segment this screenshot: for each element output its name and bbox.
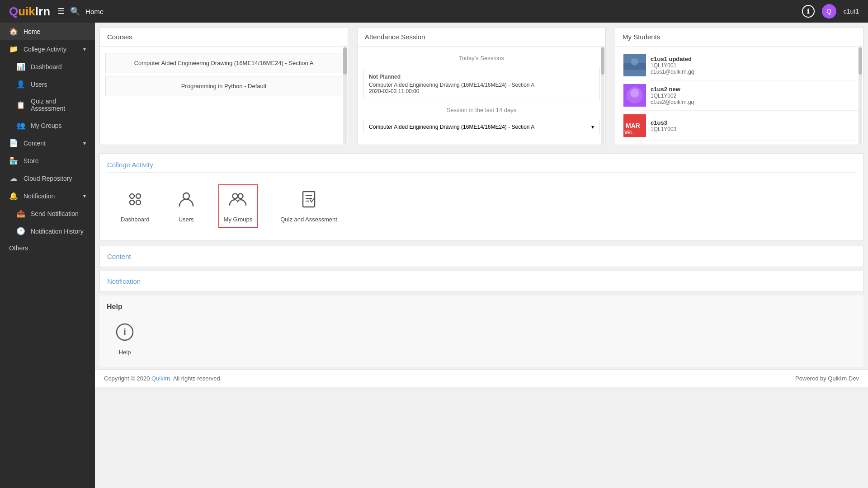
topbar-left: Quiklrn ☰ 🔍 Home xyxy=(9,5,104,19)
courses-panel-title: Courses xyxy=(100,28,348,47)
attendance-panel-title: Attendance Session xyxy=(358,28,605,47)
sidebar-item-my-groups[interactable]: 👥 My Groups xyxy=(0,117,95,134)
sidebar-item-content[interactable]: 📄 Content ▾ xyxy=(0,134,95,152)
student-item-1[interactable]: c1us1 updated 1QL1Y001 c1us1@quiklrn.gq xyxy=(619,50,859,80)
students-panel-content: c1us1 updated 1QL1Y001 c1us1@quiklrn.gq xyxy=(615,47,863,145)
sidebar-item-quiz[interactable]: 📋 Quiz and Assessment xyxy=(0,93,95,117)
dropdown-chevron-icon: ▾ xyxy=(591,124,594,130)
footer-rights: . All rights reserved. xyxy=(170,375,222,382)
sidebar-content-label: Content xyxy=(24,140,46,147)
sidebar: 🏠 Home 📁 College Activity ▾ 📊 Dashboard … xyxy=(0,23,95,488)
students-scroll xyxy=(859,47,862,145)
logo: Quiklrn xyxy=(9,5,50,19)
notification-collapse-title: Notification xyxy=(107,277,141,285)
sidebar-item-college-activity[interactable]: 📁 College Activity ▾ xyxy=(0,40,95,58)
sidebar-quiz-label: Quiz and Assessment xyxy=(31,98,86,112)
content-collapse-section: Content xyxy=(99,246,863,267)
sidebar-item-cloud-repository[interactable]: ☁ Cloud Repository xyxy=(0,169,95,187)
cloud-icon: ☁ xyxy=(9,174,18,183)
footer-powered: Powered by QuikIrn Dev xyxy=(795,375,859,382)
last14-label: Session in the last 14 days xyxy=(361,102,602,118)
not-planned-label: Not Planned xyxy=(369,74,594,80)
logo-lrn: lrn xyxy=(35,5,50,18)
courses-scroll xyxy=(343,47,347,145)
activity-icon-my-groups[interactable]: My Groups xyxy=(218,184,258,228)
notification-collapse-header[interactable]: Notification xyxy=(100,271,863,291)
user-avatar-icon[interactable]: Q xyxy=(822,4,836,19)
course-item-1[interactable]: Computer Aided Engineering Drawing (16ME… xyxy=(105,53,342,73)
courses-panel-content: Computer Aided Engineering Drawing (16ME… xyxy=(100,47,348,145)
sidebar-item-notification-history[interactable]: 🕐 Notification History xyxy=(0,222,95,240)
attendance-panel: Attendance Session Today's Sessions Not … xyxy=(357,27,606,145)
activity-icon-users[interactable]: Users xyxy=(172,185,200,227)
student-item-3[interactable]: MAR VEL c1us3 1QL1Y003 xyxy=(619,111,859,141)
content-collapse-header[interactable]: Content xyxy=(100,246,863,267)
sidebar-item-store[interactable]: 🏪 Store xyxy=(0,152,95,169)
username-label: c1ut1 xyxy=(844,8,859,15)
sidebar-store-label: Store xyxy=(24,157,38,164)
svg-text:VEL: VEL xyxy=(624,130,633,135)
help-item-label: Help xyxy=(119,349,131,356)
course-item-2[interactable]: Programming in Python - Default xyxy=(105,76,342,96)
svg-point-12 xyxy=(136,200,141,205)
sidebar-item-users[interactable]: 👤 Users xyxy=(0,75,95,93)
sidebar-notification-label: Notification xyxy=(24,192,55,200)
help-icon-item[interactable]: i Help xyxy=(107,318,143,360)
sidebar-item-send-notification[interactable]: 📤 Send Notification xyxy=(0,205,95,222)
activity-dashboard-label: Dashboard xyxy=(121,216,150,223)
topbar-right: ℹ Q c1ut1 xyxy=(802,4,859,19)
student-email-2: c1us2@quiklrn.gq xyxy=(651,99,694,105)
search-icon[interactable]: 🔍 xyxy=(70,6,80,16)
users-icon: 👤 xyxy=(16,80,25,89)
logo-q: Q xyxy=(9,5,18,18)
hamburger-icon[interactable]: ☰ xyxy=(57,6,65,16)
footer: Copyright © 2020 Quiklrn. All rights res… xyxy=(95,369,868,387)
svg-point-11 xyxy=(130,200,134,205)
student-info-2: c1us2 new 1QL1Y002 c1us2@quiklrn.gq xyxy=(651,86,694,105)
attendance-card: Not Planned Computer Aided Engineering D… xyxy=(363,68,600,100)
sidebar-users-label: Users xyxy=(31,81,47,88)
activity-users-label: Users xyxy=(179,216,194,223)
help-section: Help i Help xyxy=(99,296,863,367)
sidebar-college-activity-label: College Activity xyxy=(24,46,66,53)
activity-icon-quiz[interactable]: Quiz and Assessment xyxy=(276,185,342,227)
attendance-dropdown-value: Computer Aided Engineering Drawing (16ME… xyxy=(369,124,534,130)
activity-icon-dashboard[interactable]: Dashboard xyxy=(116,185,154,227)
student-name-3: c1us3 xyxy=(651,119,676,126)
content-area: Courses Computer Aided Engineering Drawi… xyxy=(95,23,868,488)
quiz-icon: 📋 xyxy=(16,101,25,109)
groups-activity-icon xyxy=(228,190,247,212)
sidebar-notification-history-label: Notification History xyxy=(31,228,84,235)
dashboard-activity-icon xyxy=(126,190,145,212)
activity-my-groups-label: My Groups xyxy=(224,216,253,223)
footer-brand[interactable]: Quiklrn xyxy=(151,375,170,382)
student-name-2: c1us2 new xyxy=(651,86,694,93)
college-activity-section: College Activity Dashboard xyxy=(99,153,863,240)
sidebar-item-dashboard[interactable]: 📊 Dashboard xyxy=(0,58,95,75)
chevron-right-icon: ▾ xyxy=(83,140,86,146)
sidebar-item-notification[interactable]: 🔔 Notification ▾ xyxy=(0,187,95,205)
svg-point-10 xyxy=(136,194,141,198)
student-info-3: c1us3 1QL1Y003 xyxy=(651,119,676,132)
topbar-home-label: Home xyxy=(85,8,104,15)
store-icon: 🏪 xyxy=(9,156,18,165)
sidebar-item-home[interactable]: 🏠 Home xyxy=(0,23,95,40)
content-collapse-title: Content xyxy=(107,253,131,260)
chevron-notification-icon: ▾ xyxy=(83,193,86,199)
attendance-course: Computer Aided Engineering Drawing (16ME… xyxy=(369,82,594,88)
dashboard-icon: 📊 xyxy=(16,62,25,71)
courses-panel: Courses Computer Aided Engineering Drawi… xyxy=(99,27,348,145)
attendance-dropdown[interactable]: Computer Aided Engineering Drawing (16ME… xyxy=(363,120,600,134)
topbar-nav: ☰ 🔍 Home xyxy=(57,6,104,16)
sidebar-item-others[interactable]: Others xyxy=(0,240,95,256)
student-item-2[interactable]: c1us2 new 1QL1Y002 c1us2@quiklrn.gq xyxy=(619,80,859,111)
info-icon[interactable]: ℹ xyxy=(802,5,815,18)
home-icon: 🏠 xyxy=(9,27,18,36)
attendance-scroll xyxy=(601,47,604,145)
topbar: Quiklrn ☰ 🔍 Home ℹ Q c1ut1 xyxy=(0,0,868,23)
student-email-1: c1us1@quiklrn.gq xyxy=(651,69,694,75)
help-title: Help xyxy=(107,303,856,311)
student-id-2: 1QL1Y002 xyxy=(651,93,694,99)
others-label: Others xyxy=(9,244,28,252)
activity-icons-row: Dashboard Users xyxy=(107,180,856,233)
